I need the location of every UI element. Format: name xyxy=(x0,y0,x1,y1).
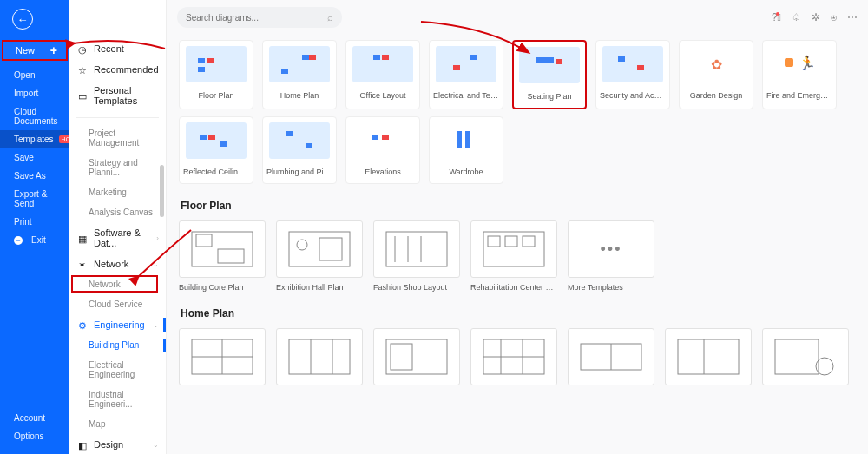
folder-icon: ▭ xyxy=(78,91,87,100)
cat-recent[interactable]: ◷Recent xyxy=(69,38,166,59)
cat-network-sub[interactable]: Network xyxy=(69,274,166,294)
category-scrollbar[interactable] xyxy=(160,43,164,217)
cat-personal[interactable]: ▭Personal Templates xyxy=(69,80,166,111)
menu-export[interactable]: Export & Send xyxy=(0,185,69,213)
plan-home-6[interactable] xyxy=(665,328,752,391)
svg-rect-21 xyxy=(391,344,412,370)
svg-point-4 xyxy=(297,240,307,250)
clock-icon: ◷ xyxy=(78,44,87,53)
cat-pm[interactable]: Project Management xyxy=(69,123,166,153)
cat-design[interactable]: ◧Design⌄ xyxy=(69,434,166,454)
tile-floor-plan[interactable]: Floor Plan xyxy=(179,40,253,109)
settings-icon[interactable]: ✲ xyxy=(812,11,820,23)
plan-home-1[interactable] xyxy=(179,328,266,391)
chevron-down-icon: ⌄ xyxy=(153,321,159,329)
new-button[interactable]: New + xyxy=(2,40,68,61)
plan-rehab[interactable]: Rehabilitation Center Floor Pl... xyxy=(470,220,557,292)
cat-marketing[interactable]: Marketing xyxy=(69,182,166,202)
cat-map[interactable]: Map xyxy=(69,414,166,434)
cat-analysis[interactable]: Analysis Canvas xyxy=(69,202,166,222)
chip-icon: ▦ xyxy=(78,234,87,242)
cat-strategy[interactable]: Strategy and Planni... xyxy=(69,153,166,182)
menu-exit[interactable]: –Exit xyxy=(0,231,69,249)
chevron-right-icon: › xyxy=(156,234,159,242)
sidebar-bottom: Account Options xyxy=(0,409,69,454)
svg-rect-11 xyxy=(488,236,500,247)
svg-rect-28 xyxy=(678,339,739,374)
section-title-floor: Floor Plan xyxy=(181,200,856,212)
plans-home xyxy=(179,328,856,391)
cat-software[interactable]: ▦Software & Dat...› xyxy=(69,222,166,253)
plan-building-core[interactable]: Building Core Plan xyxy=(179,220,266,292)
tile-electrical[interactable]: Electrical and Telecom... xyxy=(429,40,503,109)
design-icon: ◧ xyxy=(78,440,87,449)
search-box[interactable]: ⌕ xyxy=(177,7,342,28)
back-button[interactable]: ← xyxy=(12,9,33,30)
menu-save[interactable]: Save xyxy=(0,148,69,167)
svg-rect-20 xyxy=(386,339,447,374)
section-title-home: Home Plan xyxy=(181,307,856,319)
cat-ee[interactable]: Electrical Engineering xyxy=(69,355,166,385)
bell-icon[interactable]: ♤ xyxy=(792,11,801,23)
plan-more[interactable]: •••More Templates xyxy=(568,220,654,292)
svg-rect-2 xyxy=(218,249,244,263)
more-icon: ••• xyxy=(601,240,622,259)
plan-home-5[interactable] xyxy=(568,328,654,391)
sidebar-left: ← New + Open Import Cloud Documents Temp… xyxy=(0,0,69,454)
tile-security[interactable]: Security and Access Pl... xyxy=(595,40,670,109)
cat-recommended[interactable]: ☆Recommended xyxy=(69,59,166,80)
new-label: New xyxy=(16,45,35,56)
main-area: ⌕ ?⃝ ♤ ✲ ⍟ ⋯ Floor Plan Home Plan Office… xyxy=(167,0,868,454)
exit-icon: – xyxy=(14,236,23,245)
menu-options[interactable]: Options xyxy=(0,427,69,445)
tile-garden[interactable]: ✿Garden Design xyxy=(679,40,753,109)
menu-print[interactable]: Print xyxy=(0,213,69,231)
svg-rect-12 xyxy=(505,236,517,247)
menu-open[interactable]: Open xyxy=(0,66,69,84)
tile-plumbing[interactable]: Plumbing and Piping ... xyxy=(262,116,337,184)
menu-cloud[interactable]: Cloud Documents xyxy=(0,102,69,130)
menu-account[interactable]: Account xyxy=(0,409,69,427)
menu-templates[interactable]: TemplatesHOT xyxy=(0,130,69,148)
plan-home-7[interactable] xyxy=(762,328,849,391)
plus-icon: + xyxy=(50,43,57,57)
tile-office-layout[interactable]: Office Layout xyxy=(345,40,420,109)
menu-import[interactable]: Import xyxy=(0,84,69,102)
plan-fashion[interactable]: Fashion Shop Layout xyxy=(373,220,460,292)
plan-home-4[interactable] xyxy=(470,328,557,391)
menu-saveas[interactable]: Save As xyxy=(0,167,69,185)
svg-rect-13 xyxy=(523,236,535,247)
cat-building-plan[interactable]: Building Plan xyxy=(69,335,166,355)
cat-cloud[interactable]: Cloud Service xyxy=(69,294,166,314)
topbar: ⌕ ?⃝ ♤ ✲ ⍟ ⋯ xyxy=(167,0,868,35)
sidebar-menu: Open Import Cloud Documents TemplatesHOT… xyxy=(0,61,69,249)
cat-engineering[interactable]: ⚙Engineering⌄ xyxy=(69,314,166,335)
plan-exhibition[interactable]: Exhibition Hall Plan xyxy=(276,220,363,292)
svg-rect-17 xyxy=(289,339,350,374)
user-icon[interactable]: ⍟ xyxy=(831,11,837,23)
plans-floor: Building Core Plan Exhibition Hall Plan … xyxy=(179,220,856,292)
cat-ind[interactable]: Industrial Engineeri... xyxy=(69,385,166,414)
net-icon: ✶ xyxy=(78,260,87,268)
tile-elevations[interactable]: Elevations xyxy=(345,116,420,184)
chevron-down-icon: ⌄ xyxy=(153,260,159,268)
plan-home-3[interactable] xyxy=(373,328,460,391)
gear-icon: ⚙ xyxy=(78,320,87,329)
tile-fire[interactable]: 🏃Fire and Emergency Pl... xyxy=(762,40,837,109)
menu-icon[interactable]: ⋯ xyxy=(847,11,858,23)
plan-home-2[interactable] xyxy=(276,328,363,391)
tiles-row-1: Floor Plan Home Plan Office Layout Elect… xyxy=(179,40,856,109)
tile-ceiling[interactable]: Reflected Ceiling Plan xyxy=(179,116,253,184)
tile-wardrobe[interactable]: Wardrobe xyxy=(429,116,503,184)
cat-network[interactable]: ✶Network⌄ xyxy=(69,253,166,274)
tile-home-plan[interactable]: Home Plan xyxy=(262,40,337,109)
category-panel: ◷Recent ☆Recommended ▭Personal Templates… xyxy=(69,0,167,454)
tile-seating-plan[interactable]: Seating Plan xyxy=(512,40,587,109)
help-icon[interactable]: ?⃝ xyxy=(768,11,781,23)
star-icon: ☆ xyxy=(78,65,87,74)
svg-rect-5 xyxy=(319,238,342,260)
search-input[interactable] xyxy=(186,13,316,23)
top-icons: ?⃝ ♤ ✲ ⍟ ⋯ xyxy=(768,11,858,23)
search-icon: ⌕ xyxy=(327,12,333,23)
svg-rect-30 xyxy=(775,339,819,374)
